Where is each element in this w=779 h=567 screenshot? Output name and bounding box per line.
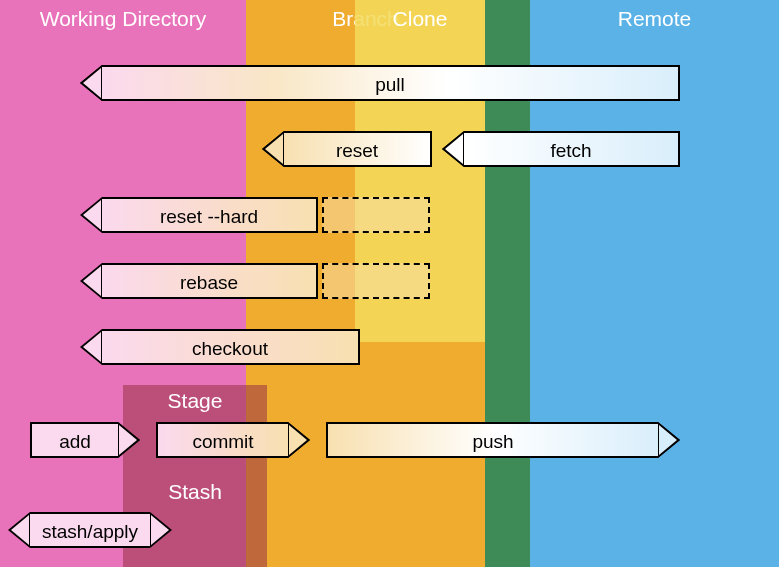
- zone-label-stash: Stash: [123, 480, 267, 504]
- arrow-head-resethard: [80, 197, 102, 233]
- cmd-stash-apply: stash/apply: [30, 512, 150, 548]
- arrow-head-add-fill: [118, 422, 140, 458]
- arrow-head-stash-l: [8, 512, 30, 548]
- arrow-head-pull-fill: [80, 65, 102, 101]
- zone-label-stage: Stage: [123, 389, 267, 413]
- cmd-commit: commit: [156, 422, 288, 458]
- cmd-push: push: [326, 422, 658, 458]
- zone-label-clone: Clone: [355, 7, 485, 31]
- arrow-head-rebase: [80, 263, 102, 299]
- arrow-head-fetch-fill: [442, 131, 464, 167]
- cmd-reset-hard: reset --hard: [102, 197, 318, 233]
- arrow-head-commit-fill: [288, 422, 310, 458]
- arrow-head-reset-fill: [262, 131, 284, 167]
- col-label-working-directory: Working Directory: [0, 7, 246, 31]
- cmd-pull: pull: [102, 65, 680, 101]
- cmd-fetch: fetch: [464, 131, 680, 167]
- cmd-checkout: checkout: [102, 329, 360, 365]
- arrow-head-push-fill: [658, 422, 680, 458]
- col-label-remote: Remote: [530, 7, 779, 31]
- cmd-rebase-ext: [322, 263, 430, 299]
- cmd-reset-hard-ext: [322, 197, 430, 233]
- git-diagram: Working Directory Branch Remote Clone St…: [0, 0, 779, 567]
- cmd-rebase: rebase: [102, 263, 318, 299]
- cmd-add: add: [30, 422, 118, 458]
- arrow-head-stash-r: [150, 512, 172, 548]
- cmd-reset: reset: [284, 131, 432, 167]
- arrow-head-checkout: [80, 329, 102, 365]
